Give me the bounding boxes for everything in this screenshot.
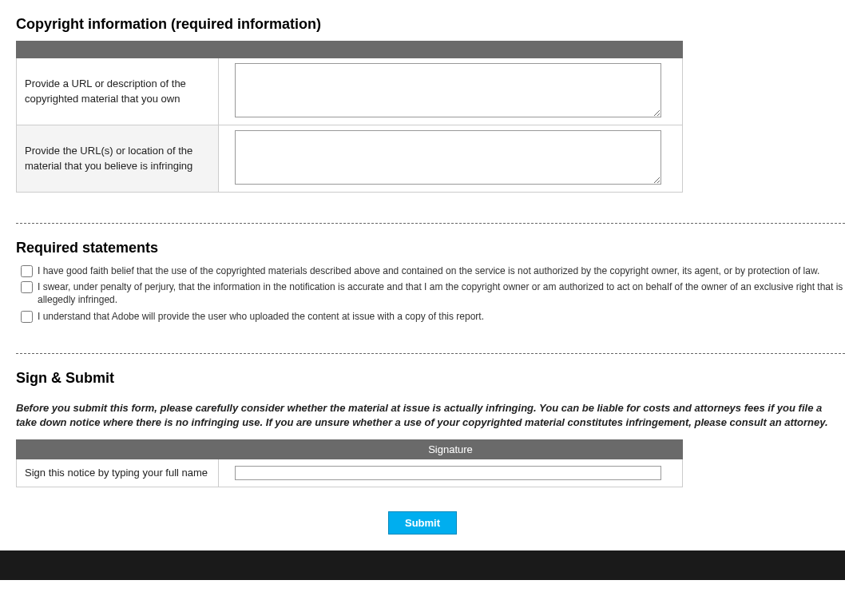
table-header-empty-right [219, 42, 683, 58]
signature-table: Signature Sign this notice by typing you… [16, 439, 683, 487]
infringing-url-textarea[interactable] [235, 130, 661, 185]
understand-checkbox[interactable] [21, 311, 33, 323]
url-description-cell [219, 58, 683, 125]
table-row: Sign this notice by typing your full nam… [17, 459, 683, 487]
submit-button[interactable]: Submit [388, 511, 457, 535]
url-description-textarea[interactable] [235, 63, 661, 117]
section-divider [16, 223, 845, 224]
infringing-url-cell [219, 125, 683, 193]
statement-good-faith: I have good faith belief that the use of… [16, 264, 845, 277]
sign-heading: Sign & Submit [16, 370, 845, 387]
copyright-heading: Copyright information (required informat… [16, 16, 845, 33]
signature-label: Sign this notice by typing your full nam… [17, 459, 219, 487]
signature-header: Signature [219, 440, 683, 459]
section-divider [16, 353, 845, 354]
copyright-table: Provide a URL or description of the copy… [16, 41, 683, 193]
perjury-checkbox[interactable] [21, 281, 33, 293]
understand-label: I understand that Adobe will provide the… [38, 310, 484, 323]
statements-group: I have good faith belief that the use of… [16, 264, 845, 323]
infringing-url-label: Provide the URL(s) or location of the ma… [17, 125, 219, 193]
signature-input-cell [219, 459, 683, 487]
statements-heading: Required statements [16, 240, 845, 256]
good-faith-label: I have good faith belief that the use of… [38, 264, 819, 277]
url-description-label: Provide a URL or description of the copy… [17, 58, 219, 125]
table-row: Provide the URL(s) or location of the ma… [17, 125, 683, 193]
signature-header-empty [17, 440, 219, 459]
perjury-label: I swear, under penalty of perjury, that … [38, 280, 845, 306]
footer-bar [0, 550, 845, 580]
table-row: Provide a URL or description of the copy… [17, 58, 683, 125]
statement-perjury: I swear, under penalty of perjury, that … [16, 280, 845, 306]
sign-warning: Before you submit this form, please care… [16, 401, 845, 430]
statement-understand: I understand that Adobe will provide the… [16, 310, 845, 323]
good-faith-checkbox[interactable] [21, 265, 33, 277]
submit-row: Submit [0, 511, 845, 535]
signature-input[interactable] [235, 466, 661, 480]
table-header-empty-left [17, 42, 219, 58]
